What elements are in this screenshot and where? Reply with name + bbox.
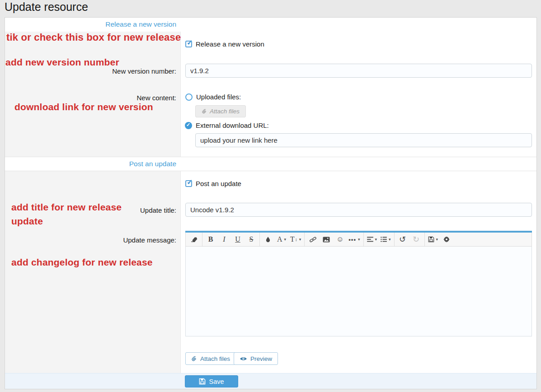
- emoticons-button[interactable]: ☺: [333, 233, 347, 246]
- save-floppy-icon: [199, 378, 206, 385]
- remove-format-button[interactable]: [187, 233, 201, 246]
- list-icon: [381, 237, 387, 242]
- chevron-down-icon: ▾: [299, 237, 301, 242]
- annotation-changelog: add changelog for new release: [11, 255, 153, 269]
- paperclip-icon: [191, 355, 197, 362]
- save-button[interactable]: Save: [185, 375, 238, 387]
- preview-button[interactable]: Preview: [234, 352, 278, 365]
- list-button[interactable]: ▾: [379, 233, 393, 246]
- save-button-label: Save: [209, 378, 224, 385]
- external-url-radio-label: External download URL:: [196, 121, 269, 129]
- updown-icon: ↕: [295, 237, 297, 242]
- external-url-radio-row[interactable]: External download URL:: [185, 121, 269, 129]
- more-options-button[interactable]: •••▾: [347, 233, 362, 246]
- alignment-button[interactable]: ▾: [365, 233, 379, 246]
- release-new-version-checkbox-row[interactable]: Release a new version: [185, 40, 264, 48]
- annotation-download-link: download link for new version: [14, 100, 153, 114]
- uploaded-files-radio-label: Uploaded files:: [196, 93, 241, 101]
- drafts-button[interactable]: ▾: [426, 233, 440, 246]
- external-download-url-input[interactable]: [195, 133, 532, 147]
- uploaded-files-radio[interactable]: [185, 93, 193, 101]
- page-title: Update resource: [5, 0, 88, 14]
- bold-button[interactable]: B: [204, 233, 217, 246]
- chevron-down-icon: ▾: [284, 237, 287, 242]
- smiley-icon: ☺: [336, 235, 343, 243]
- undo-icon: ↺: [399, 234, 406, 244]
- paperclip-icon: [202, 108, 207, 114]
- editor-settings-button[interactable]: [440, 233, 453, 246]
- release-new-version-checkbox[interactable]: [185, 41, 192, 47]
- chevron-down-icon: ▾: [375, 237, 377, 242]
- new-version-number-input[interactable]: [185, 64, 532, 78]
- ellipsis-icon: •••: [348, 236, 356, 243]
- image-icon: [323, 237, 330, 243]
- update-title-input[interactable]: [185, 203, 532, 217]
- drafts-floppy-icon: [428, 236, 434, 243]
- redo-button: ↻: [409, 233, 423, 246]
- align-left-icon: [367, 237, 373, 242]
- update-message-textarea[interactable]: [185, 247, 532, 336]
- external-url-radio[interactable]: [185, 122, 192, 129]
- rich-text-editor: B I U S A▾ T↕▾ ☺ •••▾: [185, 231, 532, 336]
- link-icon: [310, 236, 316, 243]
- uploaded-files-radio-row[interactable]: Uploaded files:: [185, 93, 241, 101]
- chevron-down-icon: ▾: [358, 237, 360, 242]
- annotation-version-number: add new version number: [5, 55, 119, 69]
- strikethrough-button[interactable]: S: [245, 233, 258, 246]
- editor-toolbar: B I U S A▾ T↕▾ ☺ •••▾: [185, 233, 532, 247]
- attach-files-button[interactable]: Attach files: [185, 352, 236, 365]
- gear-icon: [443, 236, 450, 243]
- italic-button[interactable]: I: [217, 233, 231, 246]
- annotation-update-title: add title for new releaseupdate: [11, 200, 142, 228]
- undo-button[interactable]: ↺: [396, 233, 409, 246]
- preview-button-label: Preview: [250, 355, 272, 362]
- eye-icon: [240, 356, 247, 361]
- color-droplet-icon: [266, 236, 270, 243]
- insert-image-button[interactable]: [320, 233, 333, 246]
- update-message-label: Update message:: [5, 236, 176, 244]
- section-header-release: Release a new version: [5, 18, 536, 32]
- post-update-checkbox-row[interactable]: Post an update: [185, 180, 241, 187]
- section-header-post-update: Post an update: [5, 157, 536, 171]
- update-resource-form: Release a new version tik or check this …: [5, 17, 537, 389]
- release-new-version-checkbox-label: Release a new version: [196, 40, 264, 48]
- underline-button[interactable]: U: [231, 233, 245, 246]
- redo-icon: ↻: [413, 234, 419, 244]
- post-update-checkbox[interactable]: [185, 180, 192, 187]
- eraser-icon: [191, 237, 198, 242]
- attach-files-disabled-button: Attach files: [195, 105, 246, 117]
- chevron-down-icon: ▾: [389, 237, 391, 242]
- font-family-button[interactable]: A▾: [275, 233, 288, 246]
- section-header-post-update-label: Post an update: [5, 157, 176, 171]
- attach-files-button-label: Attach files: [200, 355, 230, 362]
- attach-files-disabled-label: Attach files: [210, 108, 240, 115]
- insert-link-button[interactable]: [306, 233, 320, 246]
- form-footer: Save: [5, 373, 536, 389]
- font-size-button[interactable]: T↕▾: [288, 233, 303, 246]
- section-header-release-label: Release a new version: [5, 18, 176, 31]
- text-color-button[interactable]: [261, 233, 275, 246]
- annotation-check-box: tik or check this box for new release: [6, 30, 181, 44]
- chevron-down-icon: ▾: [436, 237, 438, 242]
- post-update-checkbox-label: Post an update: [196, 180, 241, 187]
